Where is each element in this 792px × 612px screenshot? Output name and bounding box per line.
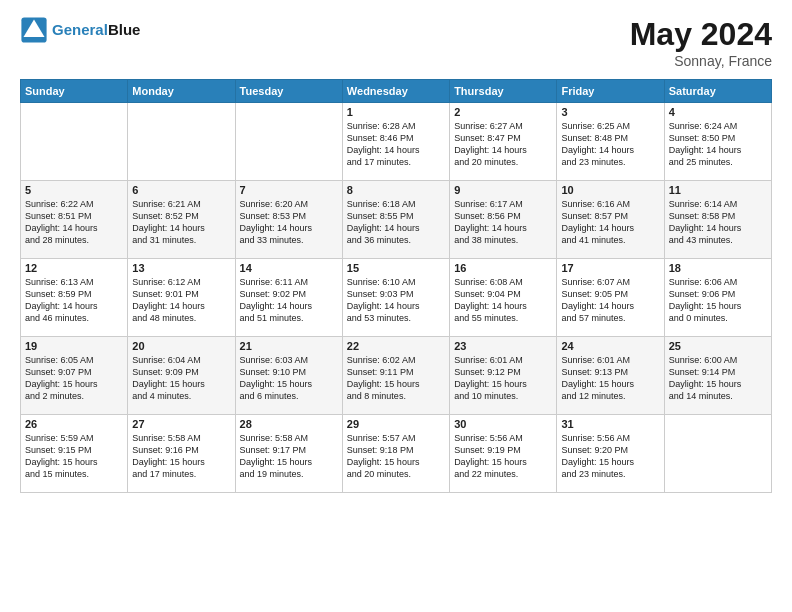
day-cell: 8Sunrise: 6:18 AM Sunset: 8:55 PM Daylig… bbox=[342, 181, 449, 259]
day-info: Sunrise: 6:13 AM Sunset: 8:59 PM Dayligh… bbox=[25, 276, 123, 325]
day-cell: 10Sunrise: 6:16 AM Sunset: 8:57 PM Dayli… bbox=[557, 181, 664, 259]
day-number: 2 bbox=[454, 106, 552, 118]
calendar-table: SundayMondayTuesdayWednesdayThursdayFrid… bbox=[20, 79, 772, 493]
day-number: 17 bbox=[561, 262, 659, 274]
day-number: 11 bbox=[669, 184, 767, 196]
col-header-wednesday: Wednesday bbox=[342, 80, 449, 103]
day-cell: 22Sunrise: 6:02 AM Sunset: 9:11 PM Dayli… bbox=[342, 337, 449, 415]
location: Sonnay, France bbox=[630, 53, 772, 69]
day-cell: 24Sunrise: 6:01 AM Sunset: 9:13 PM Dayli… bbox=[557, 337, 664, 415]
day-info: Sunrise: 6:02 AM Sunset: 9:11 PM Dayligh… bbox=[347, 354, 445, 403]
day-number: 31 bbox=[561, 418, 659, 430]
day-info: Sunrise: 5:59 AM Sunset: 9:15 PM Dayligh… bbox=[25, 432, 123, 481]
day-number: 8 bbox=[347, 184, 445, 196]
day-info: Sunrise: 6:22 AM Sunset: 8:51 PM Dayligh… bbox=[25, 198, 123, 247]
day-number: 24 bbox=[561, 340, 659, 352]
day-cell: 2Sunrise: 6:27 AM Sunset: 8:47 PM Daylig… bbox=[450, 103, 557, 181]
day-number: 4 bbox=[669, 106, 767, 118]
title-block: May 2024 Sonnay, France bbox=[630, 16, 772, 69]
day-cell: 13Sunrise: 6:12 AM Sunset: 9:01 PM Dayli… bbox=[128, 259, 235, 337]
day-info: Sunrise: 6:20 AM Sunset: 8:53 PM Dayligh… bbox=[240, 198, 338, 247]
day-cell: 23Sunrise: 6:01 AM Sunset: 9:12 PM Dayli… bbox=[450, 337, 557, 415]
day-cell: 17Sunrise: 6:07 AM Sunset: 9:05 PM Dayli… bbox=[557, 259, 664, 337]
day-cell: 7Sunrise: 6:20 AM Sunset: 8:53 PM Daylig… bbox=[235, 181, 342, 259]
day-info: Sunrise: 6:07 AM Sunset: 9:05 PM Dayligh… bbox=[561, 276, 659, 325]
logo-icon bbox=[20, 16, 48, 44]
day-info: Sunrise: 6:05 AM Sunset: 9:07 PM Dayligh… bbox=[25, 354, 123, 403]
day-info: Sunrise: 6:06 AM Sunset: 9:06 PM Dayligh… bbox=[669, 276, 767, 325]
day-cell: 25Sunrise: 6:00 AM Sunset: 9:14 PM Dayli… bbox=[664, 337, 771, 415]
day-info: Sunrise: 6:11 AM Sunset: 9:02 PM Dayligh… bbox=[240, 276, 338, 325]
day-cell: 3Sunrise: 6:25 AM Sunset: 8:48 PM Daylig… bbox=[557, 103, 664, 181]
day-cell: 15Sunrise: 6:10 AM Sunset: 9:03 PM Dayli… bbox=[342, 259, 449, 337]
day-info: Sunrise: 6:08 AM Sunset: 9:04 PM Dayligh… bbox=[454, 276, 552, 325]
day-info: Sunrise: 5:58 AM Sunset: 9:16 PM Dayligh… bbox=[132, 432, 230, 481]
day-number: 30 bbox=[454, 418, 552, 430]
day-cell: 11Sunrise: 6:14 AM Sunset: 8:58 PM Dayli… bbox=[664, 181, 771, 259]
day-info: Sunrise: 6:16 AM Sunset: 8:57 PM Dayligh… bbox=[561, 198, 659, 247]
day-info: Sunrise: 6:17 AM Sunset: 8:56 PM Dayligh… bbox=[454, 198, 552, 247]
day-number: 7 bbox=[240, 184, 338, 196]
logo: GeneralBlue bbox=[20, 16, 140, 44]
day-cell: 4Sunrise: 6:24 AM Sunset: 8:50 PM Daylig… bbox=[664, 103, 771, 181]
day-cell: 30Sunrise: 5:56 AM Sunset: 9:19 PM Dayli… bbox=[450, 415, 557, 493]
page: GeneralBlue May 2024 Sonnay, France Sund… bbox=[0, 0, 792, 612]
day-cell bbox=[21, 103, 128, 181]
day-info: Sunrise: 5:56 AM Sunset: 9:20 PM Dayligh… bbox=[561, 432, 659, 481]
day-info: Sunrise: 6:27 AM Sunset: 8:47 PM Dayligh… bbox=[454, 120, 552, 169]
day-cell: 5Sunrise: 6:22 AM Sunset: 8:51 PM Daylig… bbox=[21, 181, 128, 259]
week-row-2: 5Sunrise: 6:22 AM Sunset: 8:51 PM Daylig… bbox=[21, 181, 772, 259]
col-header-tuesday: Tuesday bbox=[235, 80, 342, 103]
day-number: 19 bbox=[25, 340, 123, 352]
day-number: 22 bbox=[347, 340, 445, 352]
day-number: 23 bbox=[454, 340, 552, 352]
day-info: Sunrise: 5:56 AM Sunset: 9:19 PM Dayligh… bbox=[454, 432, 552, 481]
day-number: 20 bbox=[132, 340, 230, 352]
col-header-friday: Friday bbox=[557, 80, 664, 103]
day-number: 26 bbox=[25, 418, 123, 430]
week-row-5: 26Sunrise: 5:59 AM Sunset: 9:15 PM Dayli… bbox=[21, 415, 772, 493]
day-info: Sunrise: 6:04 AM Sunset: 9:09 PM Dayligh… bbox=[132, 354, 230, 403]
day-number: 25 bbox=[669, 340, 767, 352]
day-number: 21 bbox=[240, 340, 338, 352]
day-number: 1 bbox=[347, 106, 445, 118]
day-cell: 16Sunrise: 6:08 AM Sunset: 9:04 PM Dayli… bbox=[450, 259, 557, 337]
day-cell bbox=[664, 415, 771, 493]
day-number: 28 bbox=[240, 418, 338, 430]
day-number: 5 bbox=[25, 184, 123, 196]
day-number: 10 bbox=[561, 184, 659, 196]
day-cell: 9Sunrise: 6:17 AM Sunset: 8:56 PM Daylig… bbox=[450, 181, 557, 259]
day-number: 3 bbox=[561, 106, 659, 118]
logo-blue: Blue bbox=[108, 21, 141, 38]
day-info: Sunrise: 6:00 AM Sunset: 9:14 PM Dayligh… bbox=[669, 354, 767, 403]
day-number: 12 bbox=[25, 262, 123, 274]
day-cell: 28Sunrise: 5:58 AM Sunset: 9:17 PM Dayli… bbox=[235, 415, 342, 493]
col-header-thursday: Thursday bbox=[450, 80, 557, 103]
day-cell: 18Sunrise: 6:06 AM Sunset: 9:06 PM Dayli… bbox=[664, 259, 771, 337]
col-header-saturday: Saturday bbox=[664, 80, 771, 103]
day-info: Sunrise: 6:01 AM Sunset: 9:13 PM Dayligh… bbox=[561, 354, 659, 403]
col-header-sunday: Sunday bbox=[21, 80, 128, 103]
day-cell: 1Sunrise: 6:28 AM Sunset: 8:46 PM Daylig… bbox=[342, 103, 449, 181]
day-cell bbox=[235, 103, 342, 181]
day-info: Sunrise: 6:03 AM Sunset: 9:10 PM Dayligh… bbox=[240, 354, 338, 403]
day-cell: 29Sunrise: 5:57 AM Sunset: 9:18 PM Dayli… bbox=[342, 415, 449, 493]
day-info: Sunrise: 6:28 AM Sunset: 8:46 PM Dayligh… bbox=[347, 120, 445, 169]
week-row-4: 19Sunrise: 6:05 AM Sunset: 9:07 PM Dayli… bbox=[21, 337, 772, 415]
day-number: 27 bbox=[132, 418, 230, 430]
day-cell: 21Sunrise: 6:03 AM Sunset: 9:10 PM Dayli… bbox=[235, 337, 342, 415]
day-cell: 20Sunrise: 6:04 AM Sunset: 9:09 PM Dayli… bbox=[128, 337, 235, 415]
day-cell: 19Sunrise: 6:05 AM Sunset: 9:07 PM Dayli… bbox=[21, 337, 128, 415]
header: GeneralBlue May 2024 Sonnay, France bbox=[20, 16, 772, 69]
day-cell: 27Sunrise: 5:58 AM Sunset: 9:16 PM Dayli… bbox=[128, 415, 235, 493]
day-info: Sunrise: 6:10 AM Sunset: 9:03 PM Dayligh… bbox=[347, 276, 445, 325]
week-row-1: 1Sunrise: 6:28 AM Sunset: 8:46 PM Daylig… bbox=[21, 103, 772, 181]
day-cell: 6Sunrise: 6:21 AM Sunset: 8:52 PM Daylig… bbox=[128, 181, 235, 259]
day-info: Sunrise: 6:24 AM Sunset: 8:50 PM Dayligh… bbox=[669, 120, 767, 169]
logo-general: General bbox=[52, 21, 108, 38]
day-number: 13 bbox=[132, 262, 230, 274]
day-info: Sunrise: 6:25 AM Sunset: 8:48 PM Dayligh… bbox=[561, 120, 659, 169]
day-cell: 12Sunrise: 6:13 AM Sunset: 8:59 PM Dayli… bbox=[21, 259, 128, 337]
day-number: 18 bbox=[669, 262, 767, 274]
day-cell: 31Sunrise: 5:56 AM Sunset: 9:20 PM Dayli… bbox=[557, 415, 664, 493]
